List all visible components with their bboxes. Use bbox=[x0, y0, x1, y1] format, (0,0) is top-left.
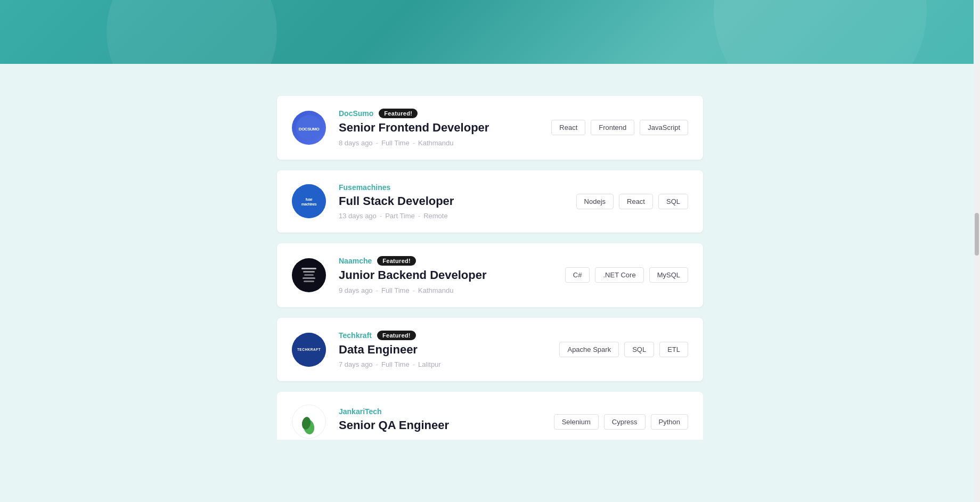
scrollbar-thumb[interactable] bbox=[975, 213, 979, 256]
job-card[interactable]: Naamche Featured! Junior Backend Develop… bbox=[277, 243, 703, 307]
job-main: Fusemachines Full Stack Developer 13 day… bbox=[339, 183, 537, 220]
job-tag: ETL bbox=[659, 342, 688, 357]
job-main: Naamche Featured! Junior Backend Develop… bbox=[339, 256, 537, 294]
meta-separator: - bbox=[413, 286, 415, 294]
job-type: Part Time bbox=[385, 212, 415, 220]
job-tag: React bbox=[551, 120, 585, 135]
svg-text:DOCSUMO: DOCSUMO bbox=[299, 126, 320, 131]
meta-separator: - bbox=[413, 360, 415, 368]
company-logo bbox=[292, 405, 326, 439]
job-main: Techkraft Featured! Data Engineer 7 days… bbox=[339, 331, 537, 369]
job-location: Kathmandu bbox=[418, 286, 454, 294]
job-card[interactable]: TECHKRAFT Techkraft Featured! Data Engin… bbox=[277, 318, 703, 382]
job-card[interactable]: fuse machines Fusemachines Full Stack De… bbox=[277, 170, 703, 233]
job-meta: 8 days ago - Full Time - Kathmandu bbox=[339, 139, 537, 147]
job-tag: Cypress bbox=[604, 414, 646, 430]
scrollbar[interactable] bbox=[974, 0, 980, 502]
job-location: Remote bbox=[423, 212, 448, 220]
company-logo: DOCSUMO bbox=[292, 111, 326, 145]
job-tags: SeleniumCypressPython bbox=[550, 414, 688, 430]
company-row: JankariTech bbox=[339, 407, 537, 416]
job-tag: .NET Core bbox=[595, 267, 643, 283]
job-tags: ReactFrontendJavaScript bbox=[550, 120, 688, 135]
job-tag: SQL bbox=[624, 342, 654, 357]
company-name: JankariTech bbox=[339, 407, 382, 416]
job-title: Data Engineer bbox=[339, 342, 537, 358]
job-tags: NodejsReactSQL bbox=[550, 194, 688, 209]
job-posted-ago: 9 days ago bbox=[339, 286, 373, 294]
company-logo: TECHKRAFT bbox=[292, 333, 326, 367]
company-row: Fusemachines bbox=[339, 183, 537, 192]
company-name: Fusemachines bbox=[339, 183, 390, 192]
job-tags: Apache SparkSQLETL bbox=[550, 342, 688, 357]
svg-text:TECHKRAFT: TECHKRAFT bbox=[297, 347, 321, 351]
job-title: Junior Backend Developer bbox=[339, 268, 537, 283]
company-row: Naamche Featured! bbox=[339, 256, 537, 266]
company-name: Naamche bbox=[339, 257, 372, 265]
company-logo: fuse machines bbox=[292, 184, 326, 218]
svg-text:fuse: fuse bbox=[306, 198, 313, 202]
job-main: JankariTech Senior QA Engineer bbox=[339, 407, 537, 437]
featured-badge: Featured! bbox=[377, 331, 416, 340]
job-card[interactable]: JankariTech Senior QA Engineer SeleniumC… bbox=[277, 392, 703, 440]
company-row: Techkraft Featured! bbox=[339, 331, 537, 340]
job-location: Lalitpur bbox=[418, 360, 441, 368]
meta-separator: - bbox=[376, 360, 378, 368]
company-name: DocSumo bbox=[339, 109, 373, 118]
job-tag: JavaScript bbox=[640, 120, 688, 135]
company-name: Techkraft bbox=[339, 331, 372, 340]
job-tag: C# bbox=[565, 267, 590, 283]
meta-separator: - bbox=[413, 139, 415, 147]
job-title: Senior Frontend Developer bbox=[339, 120, 537, 136]
job-tag: React bbox=[619, 194, 653, 209]
hero-banner bbox=[0, 0, 980, 64]
company-logo bbox=[292, 258, 326, 292]
job-tag: Selenium bbox=[554, 414, 599, 430]
meta-separator: - bbox=[380, 212, 382, 220]
job-meta: 9 days ago - Full Time - Kathmandu bbox=[339, 286, 537, 294]
page-content: DOCSUMO DocSumo Featured! Senior Fronten… bbox=[266, 64, 714, 461]
job-location: Kathmandu bbox=[418, 139, 454, 147]
svg-text:machines: machines bbox=[301, 203, 317, 207]
job-tag: Frontend bbox=[591, 120, 634, 135]
meta-separator: - bbox=[376, 286, 378, 294]
featured-badge: Featured! bbox=[377, 256, 416, 266]
job-type: Full Time bbox=[381, 360, 410, 368]
job-meta: 7 days ago - Full Time - Lalitpur bbox=[339, 360, 537, 368]
featured-badge: Featured! bbox=[379, 109, 418, 118]
job-title: Senior QA Engineer bbox=[339, 418, 537, 433]
meta-separator: - bbox=[418, 212, 420, 220]
job-posted-ago: 8 days ago bbox=[339, 139, 373, 147]
job-type: Full Time bbox=[381, 286, 410, 294]
job-tag: SQL bbox=[658, 194, 688, 209]
job-type: Full Time bbox=[381, 139, 410, 147]
job-tag: Apache Spark bbox=[559, 342, 619, 357]
job-title: Full Stack Developer bbox=[339, 194, 537, 209]
job-tag: Python bbox=[651, 414, 688, 430]
meta-separator: - bbox=[376, 139, 378, 147]
job-tag: MySQL bbox=[649, 267, 688, 283]
job-card[interactable]: DOCSUMO DocSumo Featured! Senior Fronten… bbox=[277, 96, 703, 160]
job-tags: C#.NET CoreMySQL bbox=[550, 267, 688, 283]
job-meta: 13 days ago - Part Time - Remote bbox=[339, 212, 537, 220]
job-posted-ago: 7 days ago bbox=[339, 360, 373, 368]
job-tag: Nodejs bbox=[576, 194, 614, 209]
job-posted-ago: 13 days ago bbox=[339, 212, 377, 220]
company-row: DocSumo Featured! bbox=[339, 109, 537, 118]
job-main: DocSumo Featured! Senior Frontend Develo… bbox=[339, 109, 537, 147]
